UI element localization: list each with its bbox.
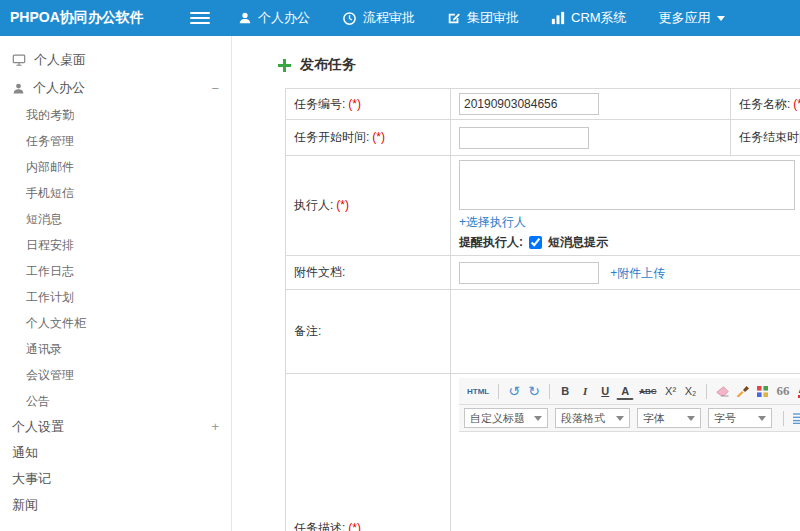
- sms-remind-label: 短消息提示: [548, 234, 608, 251]
- publish-task-form: 任务编号:(*) 任务名称:(*) 任务开始时间:(*): [285, 88, 800, 531]
- bold-button[interactable]: B: [556, 382, 574, 401]
- required-mark: (*): [348, 97, 361, 111]
- sidebar-item-work-log[interactable]: 工作日志: [0, 258, 231, 284]
- sidebar-item-meeting[interactable]: 会议管理: [0, 362, 231, 388]
- attachment-cell: +附件上传: [451, 256, 800, 290]
- nav-crm-system[interactable]: CRM系统: [535, 0, 643, 36]
- task-number-input[interactable]: [459, 93, 599, 115]
- desktop-icon: [12, 53, 26, 67]
- nav-personal-office[interactable]: 个人办公: [222, 0, 326, 36]
- required-mark: (*): [793, 97, 800, 111]
- sidebar-item-news[interactable]: 新闻: [0, 492, 231, 518]
- start-time-label: 任务开始时间:: [294, 130, 369, 144]
- sidebar-item-internal-mail[interactable]: 内部邮件: [0, 154, 231, 180]
- top-nav: 个人办公 流程审批 集团审批 CRM系统 更多应用: [222, 0, 741, 36]
- redo-icon[interactable]: ↻: [525, 382, 543, 401]
- add-icon: [278, 59, 291, 72]
- paragraph-format-dropdown[interactable]: 段落格式: [555, 408, 630, 428]
- executor-label-cell: 执行人:(*): [286, 156, 451, 256]
- select-executor-link[interactable]: +选择执行人: [459, 214, 526, 231]
- align-left-icon[interactable]: [790, 409, 800, 428]
- editor-toolbar-row2: 自定义标题 段落格式 字体 字号: [459, 405, 800, 432]
- expand-icon[interactable]: +: [211, 414, 219, 440]
- main-content: 发布任务 任务编号:(*) 任务名称:(*) 任务开始时间:(*: [232, 36, 800, 531]
- font-color-button[interactable]: A: [795, 382, 800, 401]
- editor-content-area[interactable]: [459, 432, 800, 531]
- task-number-label-cell: 任务编号:(*): [286, 89, 451, 120]
- nav-group-approval[interactable]: 集团审批: [431, 0, 535, 36]
- sidebar-item-notice[interactable]: 通知: [0, 440, 231, 466]
- start-time-input[interactable]: [459, 127, 589, 149]
- end-time-label: 任务结束时间:: [739, 130, 800, 144]
- sidebar-item-label: 个人桌面: [34, 51, 86, 69]
- attachment-label: 附件文档:: [294, 265, 345, 279]
- eraser-icon[interactable]: [713, 382, 732, 401]
- collapse-icon[interactable]: −: [211, 81, 219, 96]
- sidebar-item-work-plan[interactable]: 工作计划: [0, 284, 231, 310]
- clock-icon: [342, 11, 357, 26]
- editor-toolbar-row1: HTML ↺ ↻ B I U A ABC X² X₂: [459, 378, 800, 405]
- task-name-label-cell: 任务名称:(*): [731, 89, 800, 120]
- sidebar-item-settings[interactable]: 个人设置 +: [0, 414, 231, 440]
- toolbar-separator: [706, 384, 707, 399]
- dropdown-label: 段落格式: [561, 411, 605, 426]
- sidebar-item-contacts[interactable]: 通讯录: [0, 336, 231, 362]
- sidebar-item-announcement[interactable]: 公告: [0, 388, 231, 414]
- sidebar-item-schedule[interactable]: 日程安排: [0, 232, 231, 258]
- font-style-button[interactable]: A: [616, 383, 634, 400]
- strikethrough-button[interactable]: ABC: [636, 382, 659, 401]
- nav-more-apps[interactable]: 更多应用: [643, 0, 741, 36]
- remind-executor-label: 提醒执行人:: [459, 234, 523, 251]
- toolbar-separator: [783, 411, 784, 426]
- toolbar-separator: [549, 384, 550, 399]
- sidebar-item-desktop[interactable]: 个人桌面: [0, 46, 231, 74]
- start-time-label-cell: 任务开始时间:(*): [286, 120, 451, 156]
- executor-cell: +选择执行人 提醒执行人: 短消息提示: [451, 156, 800, 256]
- description-editor-cell: HTML ↺ ↻ B I U A ABC X² X₂: [451, 374, 800, 531]
- sidebar-item-file-cabinet[interactable]: 个人文件柜: [0, 310, 231, 336]
- remind-row: 提醒执行人: 短消息提示: [459, 234, 800, 251]
- sidebar-item-label: 个人设置: [12, 414, 64, 440]
- topbar: PHPOA协同办公软件 个人办公 流程审批 集团审批 CRM系统 更多应用: [0, 0, 800, 36]
- sidebar-item-attendance[interactable]: 我的考勤: [0, 102, 231, 128]
- nav-label: 个人办公: [258, 9, 310, 27]
- superscript-button[interactable]: X²: [662, 382, 680, 401]
- italic-button[interactable]: I: [576, 382, 594, 401]
- underline-button[interactable]: U: [596, 382, 614, 401]
- font-family-dropdown[interactable]: 字体: [637, 408, 701, 428]
- start-time-cell: [451, 120, 731, 156]
- font-size-dropdown[interactable]: 字号: [708, 408, 772, 428]
- upload-attachment-link[interactable]: +附件上传: [610, 265, 665, 282]
- nav-label: 更多应用: [659, 9, 711, 27]
- attachment-input[interactable]: [459, 262, 599, 284]
- attachment-label-cell: 附件文档:: [286, 256, 451, 290]
- end-time-label-cell: 任务结束时间:(*): [731, 120, 800, 156]
- sidebar-item-sms[interactable]: 手机短信: [0, 180, 231, 206]
- nav-workflow-approval[interactable]: 流程审批: [326, 0, 431, 36]
- format-painter-icon[interactable]: [734, 382, 752, 401]
- sms-remind-checkbox[interactable]: [529, 236, 542, 249]
- highlight-color-icon[interactable]: [754, 382, 772, 401]
- caret-down-icon: [717, 16, 725, 21]
- sidebar-item-short-message[interactable]: 短消息: [0, 206, 231, 232]
- menu-toggle-icon[interactable]: [190, 12, 210, 24]
- person-icon: [12, 82, 25, 95]
- required-mark: (*): [372, 130, 385, 144]
- caret-down-icon: [758, 416, 766, 421]
- remark-textarea[interactable]: [459, 294, 800, 364]
- sidebar-item-task-management[interactable]: 任务管理: [0, 128, 231, 154]
- sidebar-item-label: 个人办公: [33, 79, 85, 97]
- custom-title-dropdown[interactable]: 自定义标题: [464, 408, 548, 428]
- nav-label: 流程审批: [363, 9, 415, 27]
- caret-down-icon: [687, 416, 695, 421]
- required-mark: (*): [336, 198, 349, 212]
- caret-down-icon: [616, 416, 624, 421]
- undo-icon[interactable]: ↺: [505, 382, 523, 401]
- blockquote-button[interactable]: 66: [774, 382, 793, 401]
- sidebar-item-events[interactable]: 大事记: [0, 466, 231, 492]
- subscript-button[interactable]: X₂: [682, 382, 700, 401]
- sidebar-item-personal-office[interactable]: 个人办公 −: [0, 74, 231, 102]
- html-source-button[interactable]: HTML: [464, 382, 492, 401]
- executor-textarea[interactable]: [459, 160, 795, 210]
- executor-label: 执行人:: [294, 198, 333, 212]
